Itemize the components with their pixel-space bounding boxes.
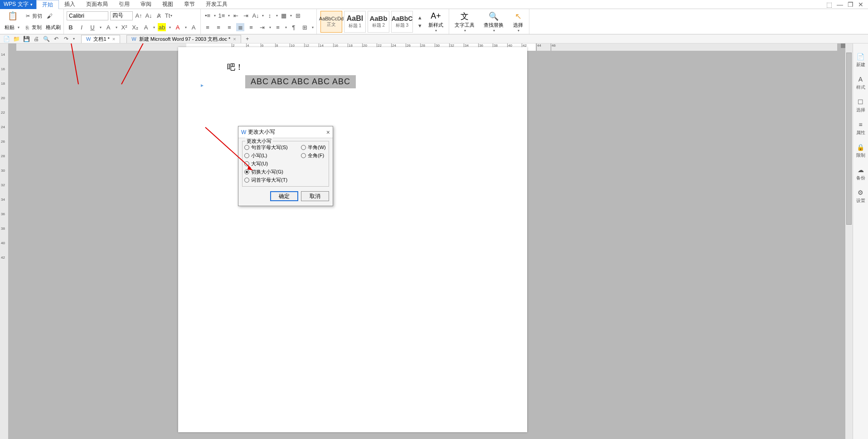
align-right-button[interactable]: ≡ xyxy=(225,23,233,31)
ok-button[interactable]: 确定 xyxy=(270,191,298,201)
maximize-icon[interactable]: ❐ xyxy=(848,1,853,8)
text-effect-button[interactable]: A xyxy=(142,23,150,31)
bold-button[interactable]: B xyxy=(67,23,75,31)
minimize-icon[interactable]: — xyxy=(837,1,843,8)
document-canvas[interactable]: 2468101214161820222426283032343638404244… xyxy=(8,43,845,439)
vertical-scrollbar[interactable] xyxy=(845,43,853,439)
dialog-close-icon[interactable]: × xyxy=(326,129,330,136)
document-page[interactable] xyxy=(178,47,527,432)
italic-button[interactable]: I xyxy=(78,23,86,31)
numbering-button[interactable]: 1≡ xyxy=(218,12,226,20)
change-case-icon[interactable]: Tt▾ xyxy=(165,12,173,20)
copy-button[interactable]: ⎘复制 xyxy=(22,24,43,32)
border-shading-button[interactable]: ⊞ xyxy=(301,23,309,31)
menu-tab-review[interactable]: 审阅 xyxy=(135,0,157,9)
cancel-button[interactable]: 取消 xyxy=(301,191,329,201)
align-left-button[interactable]: ≡ xyxy=(204,23,212,31)
align-center-button[interactable]: ≡ xyxy=(214,23,223,31)
radio-uppercase[interactable]: 大写(U) xyxy=(244,160,301,167)
font-size-select[interactable] xyxy=(110,11,133,20)
sort-button[interactable]: A↓ xyxy=(252,12,260,20)
selected-text[interactable]: ABC ABC ABC ABC ABC xyxy=(245,75,356,88)
style-heading3[interactable]: AaBbC 标题 3 xyxy=(391,11,413,33)
dialog-body: 更改大小写 句首字母大写(S) 小写(L) 大写(U) 切换大小写(G) 词首字… xyxy=(238,138,333,206)
style-normal[interactable]: AaBbCcDd 正文 xyxy=(320,11,342,33)
font-color-button[interactable]: A xyxy=(174,23,182,31)
increase-font-icon[interactable]: A↑ xyxy=(135,12,143,20)
styles-down-icon[interactable]: ▾ xyxy=(416,22,424,30)
format-painter-icon[interactable]: 🖌 xyxy=(45,12,53,20)
sidebar-select[interactable]: ☐选择 xyxy=(856,98,865,113)
qat-save-icon[interactable]: 💾 xyxy=(23,35,30,43)
show-marks-button[interactable]: ¶ xyxy=(290,23,298,31)
new-tab-icon[interactable]: + xyxy=(244,35,251,43)
paste-button[interactable]: 📋 xyxy=(5,10,21,22)
char-border-button[interactable]: A xyxy=(189,23,198,31)
doc-tab-2[interactable]: W 新建 Microsoft Word 97 - 2003 文档.doc * × xyxy=(126,35,241,43)
radio-lowercase[interactable]: 小写(L) xyxy=(244,152,301,159)
qat-redo-icon[interactable]: ↷ xyxy=(63,35,70,43)
para-spacing-button[interactable]: ≡ xyxy=(274,23,282,31)
highlight-button[interactable]: ab xyxy=(158,23,166,31)
doc-tab-close-icon[interactable]: × xyxy=(112,36,115,42)
shading-button[interactable]: ▦ xyxy=(280,12,288,20)
cut-button[interactable]: ✂剪切 xyxy=(23,12,44,20)
borders-button[interactable]: ⊞ xyxy=(294,12,302,20)
qat-open-icon[interactable]: 📁 xyxy=(13,35,20,43)
sidebar-new[interactable]: 📄新建 xyxy=(856,53,865,68)
sidebar-settings[interactable]: ⚙设置 xyxy=(856,188,865,204)
close-icon[interactable]: ✕ xyxy=(858,1,863,8)
doc-tab-close-icon[interactable]: × xyxy=(233,36,236,42)
select-button[interactable]: ↖ 选择▾ xyxy=(510,10,526,34)
radio-half-width[interactable]: 半角(W) xyxy=(301,144,326,151)
underline-button[interactable]: U xyxy=(88,23,97,31)
menu-tab-devtools[interactable]: 开发工具 xyxy=(200,0,233,9)
font-family-select[interactable] xyxy=(67,11,108,20)
menu-tab-layout[interactable]: 页面布局 xyxy=(81,0,113,9)
bullets-button[interactable]: •≡ xyxy=(204,12,212,20)
qat-new-icon[interactable]: 📄 xyxy=(3,35,10,43)
ruler-collapse-icon[interactable] xyxy=(841,43,845,48)
align-distribute-button[interactable]: ≡ xyxy=(247,23,255,31)
clear-format-icon[interactable]: A̷ xyxy=(155,12,163,20)
dialog-title: 更改大小写 xyxy=(248,128,275,136)
ribbon-toggle-icon[interactable]: ⬚ xyxy=(826,1,832,8)
menu-tab-start[interactable]: 开始 xyxy=(36,0,59,9)
subscript-button[interactable]: X₂ xyxy=(131,23,139,31)
tab-settings-button[interactable]: ⇥ xyxy=(258,23,266,31)
menu-tab-view[interactable]: 视图 xyxy=(157,0,179,9)
text-tools-button[interactable]: 文 文字工具▾ xyxy=(452,10,477,34)
decrease-font-icon[interactable]: A↓ xyxy=(145,12,153,20)
indent-decrease-button[interactable]: ⇤ xyxy=(232,12,240,20)
sidebar-properties[interactable]: ≡属性 xyxy=(856,121,865,136)
radio-sentence-case[interactable]: 句首字母大写(S) xyxy=(244,144,301,151)
qat-print-icon[interactable]: 🖨 xyxy=(33,35,40,43)
strikethrough-button[interactable]: A xyxy=(104,23,112,31)
qat-more-icon[interactable]: ▾ xyxy=(73,37,75,41)
line-spacing-button[interactable]: ↕ xyxy=(266,12,274,20)
qat-undo-icon[interactable]: ↶ xyxy=(53,35,60,43)
doc-tab-1[interactable]: W 文档1 * × xyxy=(81,35,120,43)
radio-toggle-case[interactable]: 切换大小写(G) xyxy=(244,169,301,175)
superscript-button[interactable]: X² xyxy=(120,23,128,31)
qat-preview-icon[interactable]: 🔍 xyxy=(43,35,50,43)
ribbon-group-clipboard: 📋 ✂剪切 🖌 粘贴▾ ⎘复制 格式刷 xyxy=(2,9,64,34)
find-replace-button[interactable]: 🔍 查找替换▾ xyxy=(481,10,506,34)
align-justify-button[interactable]: ≣ xyxy=(236,23,244,31)
sidebar-backup[interactable]: ☁备份 xyxy=(856,166,865,181)
radio-title-case[interactable]: 词首字母大写(T) xyxy=(244,177,301,183)
style-heading2[interactable]: AaBb 标题 2 xyxy=(368,11,389,33)
radio-full-width[interactable]: 全角(F) xyxy=(301,152,326,159)
app-badge[interactable]: WPS 文字 ▾ xyxy=(0,0,36,9)
indent-increase-button[interactable]: ⇥ xyxy=(242,12,250,20)
menu-tab-reference[interactable]: 引用 xyxy=(113,0,135,9)
style-heading1[interactable]: AaBl 标题 1 xyxy=(344,11,366,33)
menu-tab-insert[interactable]: 插入 xyxy=(59,0,81,9)
scrollbar-thumb[interactable] xyxy=(846,53,852,225)
sidebar-style[interactable]: A样式 xyxy=(856,75,865,91)
new-style-button[interactable]: A+ 新样式▾ xyxy=(426,10,446,34)
dialog-titlebar[interactable]: W 更改大小写 × xyxy=(238,126,333,138)
styles-up-icon[interactable]: ▴ xyxy=(416,14,424,22)
menu-tab-chapter[interactable]: 章节 xyxy=(179,0,200,9)
sidebar-restrict[interactable]: 🔒限制 xyxy=(856,143,865,159)
